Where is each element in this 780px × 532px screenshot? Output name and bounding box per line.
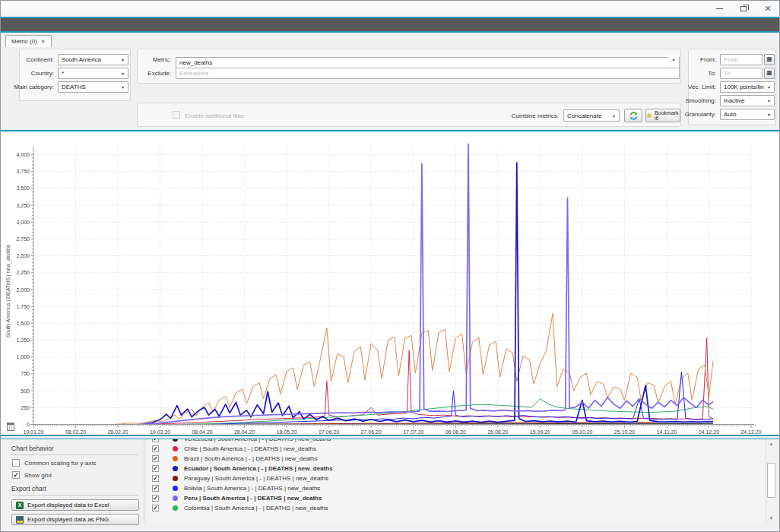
tab-label: Metric (0)	[11, 38, 37, 45]
svg-text:25.10.20: 25.10.20	[614, 429, 635, 435]
svg-text:15.09.20: 15.09.20	[530, 429, 550, 435]
chevron-down-icon: ▾	[118, 84, 128, 90]
svg-text:3,500: 3,500	[16, 185, 30, 191]
close-icon: ✕	[764, 4, 771, 13]
excel-icon: X	[16, 502, 24, 509]
export-excel-button[interactable]: X Export displayed data to Excel	[11, 499, 139, 511]
main-category-value: DEATHS	[59, 84, 118, 90]
legend-checkbox-venezuela[interactable]: ✓	[152, 439, 159, 442]
legend-checkbox-chile[interactable]: ✓	[152, 445, 159, 452]
legend-item-brazil: ✓Brazil | South America | - | DEATHS | n…	[148, 454, 766, 464]
chart-options-panel: Chart behavior Common scaling for y-axis…	[6, 439, 144, 523]
vec-limit-label: Vec. Limit:	[688, 84, 716, 90]
granularity-label: Granularity:	[685, 111, 716, 118]
svg-text:3,250: 3,250	[16, 203, 30, 208]
tab-metric[interactable]: Metric (0) ✕	[5, 35, 52, 47]
exclude-input[interactable]	[176, 68, 680, 79]
show-grid-row: ✓ Show grid	[12, 471, 138, 479]
series-color-dot	[173, 446, 178, 451]
svg-text:06.08.20: 06.08.20	[445, 429, 466, 435]
svg-text:08.04.20: 08.04.20	[192, 429, 212, 435]
to-calendar-button[interactable]: ▦	[764, 68, 775, 79]
granularity-select[interactable]: Auto ▾	[720, 109, 775, 120]
smoothing-select[interactable]: Inactive ▾	[720, 95, 775, 106]
legend-checkbox-paraguay[interactable]: ✓	[152, 475, 159, 482]
legend-item-label: Peru | South America | - | DEATHS | new_…	[184, 495, 322, 502]
scrollbar-thumb[interactable]	[767, 463, 775, 498]
legend-checkbox-bolivia[interactable]: ✓	[152, 485, 159, 492]
country-label: Country:	[31, 70, 54, 77]
location-filter-group: Continent: South America ▾ Country: * ▾ …	[19, 49, 131, 101]
export-png-label: Export displayed data as PNG	[27, 516, 109, 523]
metric-input[interactable]	[176, 57, 680, 68]
series-color-dot	[173, 476, 178, 481]
reset-zoom-icon[interactable]	[7, 423, 14, 431]
svg-text:19.01.20: 19.01.20	[23, 429, 43, 435]
legend-checkbox-colombia[interactable]: ✓	[152, 505, 159, 511]
calendar-icon: ▦	[766, 55, 772, 62]
maximize-button[interactable]	[739, 4, 748, 13]
svg-text:26.08.20: 26.08.20	[487, 429, 508, 435]
svg-text:27.06.20: 27.06.20	[361, 429, 382, 435]
svg-text:2,750: 2,750	[16, 236, 30, 242]
legend-item-chile: ✓Chile | South America | - | DEATHS | ne…	[148, 444, 766, 454]
scroll-up-icon[interactable]: ▲	[766, 439, 776, 448]
main-category-label: Main category:	[14, 84, 54, 90]
divider	[11, 454, 138, 455]
refresh-button[interactable]	[624, 109, 642, 122]
svg-text:07.06.20: 07.06.20	[319, 429, 339, 435]
to-input[interactable]	[720, 68, 763, 79]
svg-text:1,750: 1,750	[16, 304, 30, 309]
scroll-down-icon[interactable]: ▼	[766, 514, 776, 523]
smoothing-label: Smoothing:	[686, 97, 716, 104]
enable-additional-filter-checkbox[interactable]	[173, 111, 180, 119]
legend-item-label: Brazil | South America | - | DEATHS | ne…	[184, 455, 318, 462]
restore-icon	[740, 6, 747, 11]
svg-text:3,000: 3,000	[16, 220, 30, 225]
bookmark-button[interactable]: ★ Bookmark it!	[645, 109, 680, 122]
exclude-label: Exclude:	[147, 70, 171, 77]
svg-text:2,250: 2,250	[16, 270, 30, 275]
common-scaling-checkbox[interactable]	[12, 459, 20, 467]
combine-metrics-value: Concatenate	[564, 112, 609, 119]
dark-toolbar	[0, 18, 780, 31]
filter-area: Continent: South America ▾ Country: * ▾ …	[0, 47, 780, 130]
main-category-select[interactable]: DEATHS ▾	[58, 81, 128, 93]
svg-text:1,500: 1,500	[16, 321, 30, 326]
chevron-down-icon[interactable]: ▾	[668, 55, 679, 65]
legend-item-paraguay: ✓Paraguay | South America | - | DEATHS |…	[148, 473, 766, 483]
common-scaling-row: Common scaling for y-axis	[12, 459, 138, 467]
series-color-dot	[173, 486, 178, 491]
continent-label: Continent:	[27, 56, 54, 63]
calendar-icon: ▦	[766, 69, 772, 76]
continent-select[interactable]: South America ▾	[58, 54, 128, 65]
tab-close-icon[interactable]: ✕	[41, 39, 46, 45]
minimize-button[interactable]	[715, 4, 724, 13]
window-controls: ✕	[715, 0, 772, 17]
country-value: *	[59, 70, 118, 77]
combine-metrics-select[interactable]: Concatenate ▾	[563, 109, 620, 122]
legend-checkbox-ecuador[interactable]: ✓	[152, 465, 159, 472]
show-grid-checkbox[interactable]: ✓	[12, 471, 20, 479]
chevron-down-icon: ▾	[118, 71, 128, 76]
legend-checkbox-peru[interactable]: ✓	[152, 495, 159, 502]
from-calendar-button[interactable]: ▦	[764, 54, 775, 65]
export-png-button[interactable]: Export displayed data as PNG	[11, 514, 139, 525]
svg-text:08.02.20: 08.02.20	[65, 429, 86, 435]
close-button[interactable]: ✕	[763, 4, 772, 13]
series-color-dot	[173, 496, 178, 501]
legend-item-ecuador: ✓Ecuador | South America | - | DEATHS | …	[148, 464, 766, 473]
chart-panel[interactable]: 02505007501,0001,2501,5001,7502,0002,250…	[0, 130, 780, 436]
legend-item-bolivia: ✓Bolivia | South America | - | DEATHS | …	[148, 483, 766, 493]
legend-checkbox-brazil[interactable]: ✓	[152, 455, 159, 462]
from-input[interactable]	[720, 54, 763, 65]
time-settings-group: From: ▦ To: ▦ Vec. Limit: 100K points/li…	[688, 49, 776, 125]
legend-scrollbar[interactable]: ▲ ▼	[766, 439, 776, 523]
svg-text:1,000: 1,000	[16, 354, 30, 359]
line-chart[interactable]: 02505007501,0001,2501,5001,7502,0002,250…	[0, 131, 780, 435]
divider	[11, 495, 138, 496]
vec-limit-select[interactable]: 100K points/line ▾	[720, 81, 775, 93]
country-select[interactable]: * ▾	[58, 68, 128, 79]
combine-metrics-label: Combine metrics:	[512, 112, 559, 119]
bookmark-button-label: Bookmark it!	[655, 110, 680, 121]
